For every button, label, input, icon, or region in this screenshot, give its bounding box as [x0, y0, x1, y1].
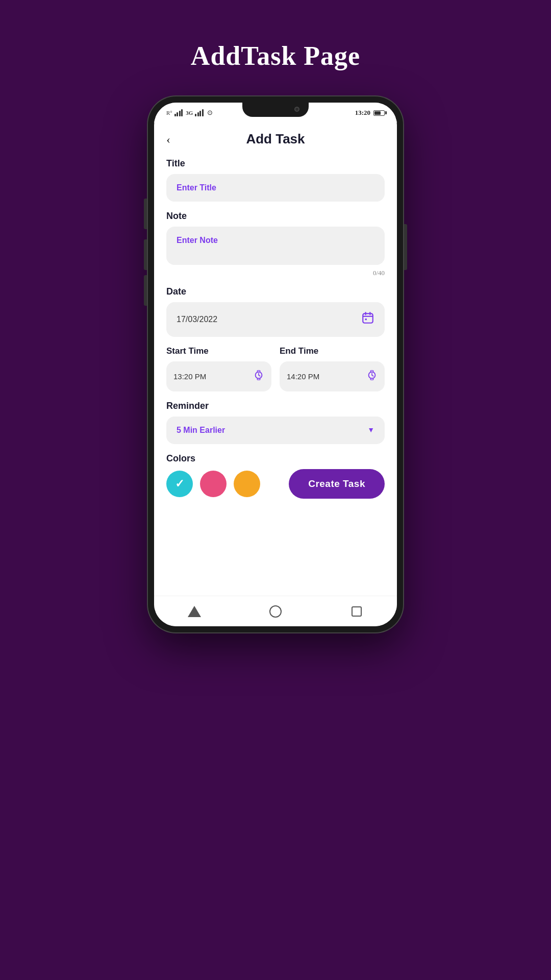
wifi-symbol: ⊙	[207, 109, 213, 117]
title-group: Title	[166, 158, 385, 202]
network-type: 3G	[186, 110, 193, 116]
date-label: Date	[166, 286, 385, 297]
notch	[242, 103, 309, 117]
battery-fill	[374, 111, 381, 115]
color-cyan[interactable]: ✓	[166, 471, 193, 497]
reminder-group: Reminder 5 Min Earlier ▼	[166, 401, 385, 444]
colors-section: Colors ✓ Create Task	[166, 453, 385, 499]
end-time-value: 14:20 PM	[287, 372, 319, 381]
dropdown-icon: ▼	[367, 426, 374, 434]
start-time-field[interactable]: 13:20 PM	[166, 361, 271, 391]
page-header-title: Add Task	[246, 131, 305, 147]
start-time-label: Start Time	[166, 346, 271, 356]
signal-bars-2	[195, 109, 204, 116]
color-circles: ✓	[166, 471, 260, 497]
end-time-group: End Time 14:20 PM	[280, 346, 385, 391]
note-input[interactable]	[166, 227, 385, 265]
svg-rect-9	[370, 371, 373, 372]
end-watch-icon	[366, 370, 378, 383]
title-input[interactable]	[166, 174, 385, 202]
date-field[interactable]: 17/03/2022	[166, 302, 385, 337]
signal-text: R°	[166, 110, 172, 116]
svg-rect-6	[257, 371, 260, 372]
phone-screen: R° 3G ⊙ 13:20	[154, 103, 397, 626]
colors-label: Colors	[166, 453, 385, 464]
char-count: 0/40	[166, 269, 385, 277]
date-group: Date 17/03/2022	[166, 286, 385, 337]
reminder-value: 5 Min Earlier	[177, 426, 225, 435]
page-title: AddTask Page	[191, 41, 360, 71]
svg-rect-4	[365, 318, 367, 320]
reminder-field[interactable]: 5 Min Earlier ▼	[166, 416, 385, 444]
nav-back-button[interactable]	[187, 604, 202, 619]
signal-bars-1	[174, 109, 183, 116]
colors-bottom-row: ✓ Create Task	[166, 469, 385, 499]
svg-rect-7	[257, 378, 260, 380]
svg-rect-0	[363, 313, 373, 323]
start-time-value: 13:20 PM	[173, 372, 206, 381]
note-group: Note 0/40	[166, 211, 385, 277]
note-wrapper: 0/40	[166, 227, 385, 277]
app-content: ‹ Add Task Title Note 0/40 Date 17/	[154, 123, 397, 596]
end-time-field[interactable]: 14:20 PM	[280, 361, 385, 391]
calendar-icon	[361, 311, 374, 328]
start-time-group: Start Time 13:20 PM	[166, 346, 271, 391]
svg-rect-10	[370, 378, 373, 380]
app-header: ‹ Add Task	[166, 131, 385, 147]
check-icon: ✓	[175, 477, 184, 491]
time-display: 13:20	[355, 109, 370, 117]
date-value: 17/03/2022	[177, 315, 217, 324]
reminder-label: Reminder	[166, 401, 385, 411]
color-orange[interactable]	[234, 471, 260, 497]
nav-home-button[interactable]	[268, 604, 283, 619]
back-button[interactable]: ‹	[166, 133, 170, 145]
start-watch-icon	[253, 370, 264, 383]
phone-frame: R° 3G ⊙ 13:20	[148, 96, 403, 632]
color-pink[interactable]	[200, 471, 227, 497]
status-left: R° 3G ⊙	[166, 109, 213, 117]
note-label: Note	[166, 211, 385, 222]
create-task-button[interactable]: Create Task	[289, 469, 385, 499]
end-time-label: End Time	[280, 346, 385, 356]
battery-icon	[373, 110, 385, 116]
camera-dot	[294, 107, 299, 112]
status-right: 13:20	[355, 109, 385, 117]
title-label: Title	[166, 158, 385, 169]
nav-recent-button[interactable]	[349, 604, 364, 619]
time-row: Start Time 13:20 PM	[166, 346, 385, 391]
bottom-nav	[154, 596, 397, 626]
